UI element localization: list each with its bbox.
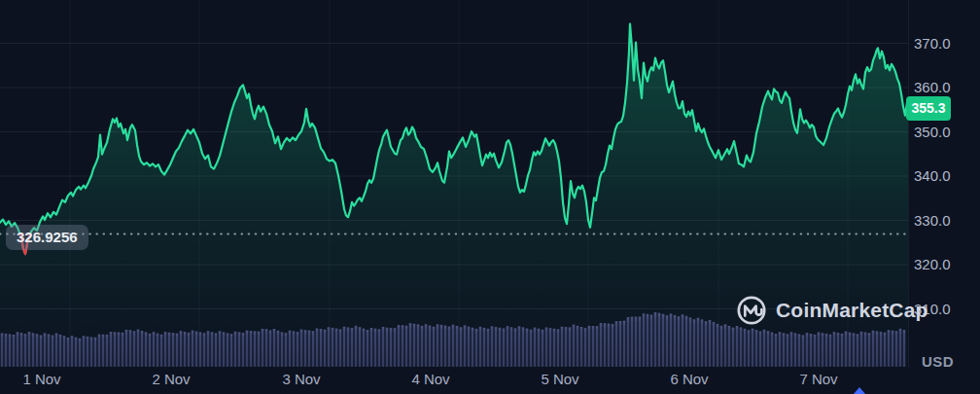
watermark-text: CoinMarketCap (776, 299, 928, 322)
volume-bar (833, 332, 836, 367)
volume-bar (794, 333, 797, 367)
volume-bar (709, 320, 712, 367)
volume-bar (382, 327, 385, 367)
volume-bar (328, 327, 331, 367)
volume-bar (464, 325, 467, 367)
volume-bar (682, 314, 684, 367)
volume-bar (650, 315, 653, 368)
volume-bar (195, 332, 198, 367)
volume-bar (145, 332, 148, 367)
volume-bar (417, 324, 420, 367)
price-chart[interactable]: 370.0360.0350.0340.0330.0320.0310.0 1 No… (0, 0, 980, 394)
volume-bar (666, 315, 669, 367)
volume-bar (864, 333, 867, 368)
volume-bar (308, 331, 311, 367)
volume-bar (59, 335, 62, 367)
volume-bar (437, 324, 439, 367)
chart-canvas[interactable] (0, 0, 980, 394)
volume-bar (425, 324, 428, 367)
volume-bar (215, 333, 218, 367)
volume-bar (895, 331, 898, 367)
volume-bar (619, 321, 622, 367)
volume-bar (845, 332, 848, 367)
volume-bar (242, 333, 245, 367)
volume-bar (717, 324, 719, 367)
volume-bar (230, 334, 233, 367)
volume-bar (837, 333, 840, 367)
volume-bar (526, 329, 529, 367)
volume-bar (507, 326, 509, 367)
volume-bar (258, 332, 261, 367)
volume-bar (522, 327, 525, 367)
volume-bar (17, 332, 19, 367)
volume-bar (79, 339, 82, 367)
volume-bar (207, 331, 210, 367)
volume-bar (277, 331, 280, 367)
volume-bar (662, 314, 665, 367)
volume-bar (67, 338, 70, 367)
volume-bar (639, 317, 642, 368)
volume-bar (534, 328, 537, 367)
volume-bar (557, 329, 560, 367)
volume-bar (456, 326, 459, 367)
volume-bar (752, 329, 754, 367)
volume-bar (44, 333, 47, 367)
volume-bar (612, 324, 614, 367)
volume-bar (28, 332, 31, 367)
volume-bar (841, 334, 844, 367)
volume-bar (538, 329, 541, 367)
x-axis-label: 7 Nov (789, 371, 848, 387)
volume-bar (491, 326, 494, 367)
volume-bar (440, 325, 443, 367)
volume-bar (289, 331, 292, 367)
volume-bar (285, 333, 288, 367)
volume-bar (818, 333, 821, 368)
volume-bar (553, 329, 556, 367)
volume-bar (806, 333, 809, 367)
volume-bar (822, 333, 824, 367)
volume-bar (584, 328, 587, 367)
volume-bar (141, 331, 144, 367)
volume-bar (246, 331, 249, 367)
volume-bar (254, 331, 257, 367)
volume-bar (199, 332, 202, 367)
volume-bar (52, 336, 54, 367)
volume-bar (888, 330, 891, 367)
volume-bar (518, 326, 521, 367)
volume-bar (118, 333, 121, 368)
volume-bar (689, 317, 692, 367)
volume-bar (608, 324, 611, 367)
volume-bar (802, 335, 805, 367)
y-axis-unit-label: USD (922, 353, 954, 370)
volume-bar (106, 335, 109, 367)
volume-bar (172, 333, 175, 367)
volume-bar (24, 334, 27, 367)
volume-bar (48, 335, 51, 368)
volume-bar (495, 327, 498, 367)
x-axis-label: 1 Nov (13, 371, 71, 387)
volume-bar (176, 334, 179, 367)
volume-bar (149, 334, 152, 367)
volume-bar (394, 328, 397, 367)
volume-bar (748, 330, 751, 367)
volume-bar (386, 328, 389, 367)
volume-bar (829, 335, 832, 367)
x-axis-label: 4 Nov (402, 371, 460, 387)
volume-bar (825, 334, 828, 367)
volume-bar (351, 328, 354, 367)
volume-bar (487, 329, 490, 367)
volume-bar (693, 319, 696, 367)
volume-bar (293, 331, 296, 367)
volume-bar (227, 333, 229, 367)
timeline-marker-icon[interactable] (854, 387, 865, 394)
volume-bar (600, 323, 603, 367)
volume-bar (728, 326, 731, 367)
volume-bar (324, 330, 327, 367)
y-axis-label: 340.0 (914, 167, 972, 184)
volume-bar (569, 327, 572, 367)
volume-bar (860, 332, 863, 367)
volume-bar (75, 338, 78, 367)
volume-bar (90, 338, 93, 368)
volume-bar (265, 329, 268, 367)
volume-bar (234, 332, 237, 367)
